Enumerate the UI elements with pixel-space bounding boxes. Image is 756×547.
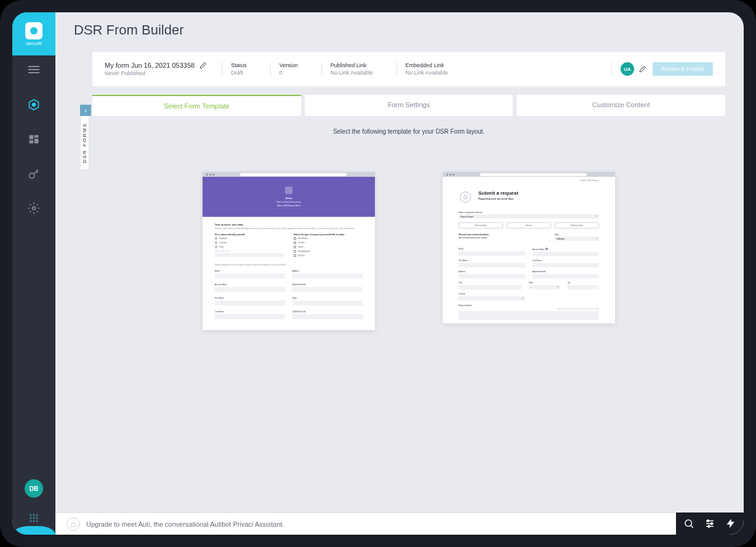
review-publish-button[interactable]: Review & Publish: [653, 62, 713, 76]
form-info-bar: My form Jun 16, 2021 053358 Never Publis…: [92, 52, 725, 86]
t2-apt: Apartment/Suite: [533, 270, 599, 273]
t2-sub: Regarding your personal data.: [478, 197, 518, 200]
svg-rect-3: [34, 135, 39, 137]
version-value: 0: [279, 70, 298, 76]
edit-collaborators-icon[interactable]: [639, 65, 646, 73]
sliders-icon[interactable]: [704, 518, 715, 529]
svg-point-13: [36, 517, 38, 519]
t1-email: Email: [215, 270, 285, 272]
menu-toggle[interactable]: [28, 64, 39, 75]
t2-country: Country: [459, 293, 525, 295]
tab-form-settings[interactable]: Form Settings: [305, 95, 513, 116]
template-card-2[interactable]: English / Multi Request Submit a request…: [424, 147, 633, 412]
template-preview-1: Aviza Stay in control of your privacy Ma…: [203, 172, 375, 330]
page-title: DSR From Builder: [74, 22, 725, 38]
t1-last: Last Name: [215, 310, 285, 313]
t2-email: Email: [459, 248, 464, 250]
t1-c5: Opt-Out: [298, 254, 305, 257]
hexagon-icon: [459, 190, 472, 204]
t2-sel-label: Select a request from the list:: [459, 211, 599, 214]
bottom-action-bar: [676, 513, 744, 535]
t1-r1: Employee: [219, 237, 227, 240]
t2-state-l: State: [555, 233, 599, 236]
nav-settings-icon[interactable]: [22, 161, 46, 186]
template-instruction: Select the following template for your D…: [92, 128, 725, 135]
t1-c2: Transfer: [298, 241, 305, 244]
nav-forms-icon[interactable]: [22, 127, 46, 152]
embedded-link-value: No Link Available: [406, 70, 448, 76]
svg-rect-2: [30, 135, 34, 139]
collaborator-badge[interactable]: UA: [621, 62, 634, 76]
t2-sel-val: Request Report: [459, 216, 473, 218]
svg-point-7: [33, 207, 36, 210]
svg-point-24: [707, 520, 709, 522]
side-panel-label[interactable]: DSR FORMS: [80, 116, 89, 170]
edit-name-icon[interactable]: [199, 62, 207, 69]
brand-name: securiti: [26, 41, 41, 46]
t1-complete: Please complete this form to submit a re…: [215, 264, 363, 266]
svg-rect-4: [34, 139, 39, 144]
t1-acct: Account Name: [215, 283, 285, 286]
t2-last: Last Name: [533, 259, 599, 262]
t1-zip: Zip/Postal Code: [292, 310, 363, 313]
svg-point-6: [30, 173, 34, 178]
form-name: My form Jun 16, 2021 053358: [105, 62, 195, 69]
logo-icon: [25, 22, 42, 39]
svg-point-14: [30, 520, 31, 522]
status-label: Status: [231, 62, 247, 68]
sidebar: securiti DB: [12, 12, 55, 535]
nav-dashboard-icon[interactable]: [22, 92, 46, 117]
tab-customize-content[interactable]: Customize Content: [517, 95, 725, 116]
chat-icon[interactable]: [66, 517, 80, 531]
t1-other: If other, please explain: [215, 250, 284, 252]
assistant-text: Upgrade to meet Auti, the conversational…: [86, 521, 284, 528]
user-avatar[interactable]: DB: [25, 479, 43, 498]
t2-first: First Name: [459, 259, 525, 262]
t2-acct: Account Name: [533, 248, 545, 251]
t1-identify: First, please identify yourself:: [215, 233, 284, 236]
svg-point-26: [708, 525, 710, 527]
assistant-bar: Upgrade to meet Auti, the conversational…: [55, 513, 744, 535]
svg-line-20: [691, 525, 693, 527]
svg-point-18: [464, 195, 467, 199]
svg-point-19: [685, 520, 692, 527]
t2-city: City: [459, 282, 521, 284]
t2-title: Submit a request: [478, 190, 518, 196]
t1-sec-title: Your account, your data.: [215, 223, 363, 226]
search-icon[interactable]: [683, 518, 694, 529]
t2-det-sub: Enter any further information about your…: [459, 308, 599, 310]
svg-point-12: [33, 517, 34, 519]
t2-btn2: Opt-out: [507, 222, 551, 229]
main-content: DSR From Builder › DSR FORMS My form Jun…: [55, 12, 744, 535]
template-gallery: Aviza Stay in control of your privacy Ma…: [92, 147, 725, 412]
t1-reqtype: Select the type of request you would lik…: [294, 233, 363, 236]
t2-crit-sub: that can help process your request.: [459, 237, 547, 239]
side-panel-expand[interactable]: ›: [80, 105, 91, 116]
t1-c1: Data Report: [298, 237, 308, 240]
t1-brand: Aviza: [209, 197, 369, 200]
status-value: Draft: [231, 70, 247, 76]
brand-logo[interactable]: securiti: [12, 12, 55, 55]
svg-point-25: [711, 523, 713, 525]
t1-r2: Customer: [219, 241, 227, 244]
t2-addr: Address: [459, 270, 525, 273]
template-card-1[interactable]: Aviza Stay in control of your privacy Ma…: [184, 147, 393, 412]
apps-icon[interactable]: [25, 509, 43, 527]
t1-c4: Rectify/Update: [298, 250, 310, 253]
t2-state-v: California: [555, 238, 565, 240]
t1-hero2: Make a DSR Request Below: [209, 205, 369, 207]
svg-point-9: [33, 514, 34, 516]
page-header: DSR From Builder: [55, 12, 744, 42]
t2-crit: We need some critical information: [459, 233, 547, 236]
svg-rect-5: [30, 140, 34, 144]
t1-c3: Delete: [298, 246, 304, 248]
t2-st: State: [529, 282, 560, 284]
svg-point-15: [33, 520, 34, 522]
t1-hero1: Stay in control of your privacy: [209, 201, 369, 203]
tab-select-template[interactable]: Select Form Template: [92, 95, 301, 116]
svg-marker-17: [460, 192, 471, 203]
t2-btn3: Delete my data: [555, 222, 599, 229]
build-icon[interactable]: [725, 518, 736, 529]
nav-gear-icon[interactable]: [22, 196, 46, 221]
t1-addr: Address: [292, 270, 363, 272]
